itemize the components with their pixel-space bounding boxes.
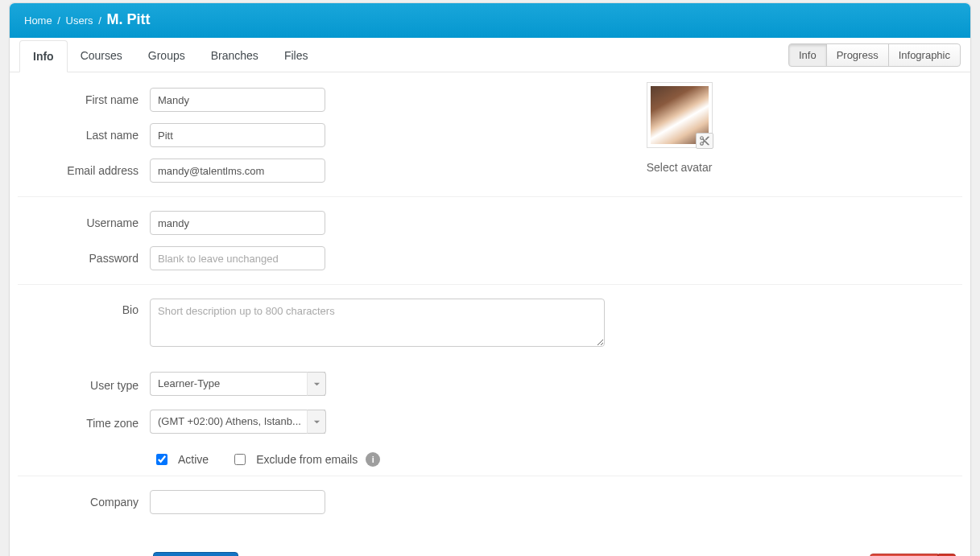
user-type-select[interactable]: Learner-Type <box>150 372 325 396</box>
username-input[interactable] <box>150 211 325 235</box>
first-name-input[interactable] <box>150 88 325 112</box>
bio-textarea[interactable] <box>150 299 605 347</box>
user-type-value: Learner-Type <box>150 372 325 396</box>
exclude-checkbox[interactable] <box>234 454 246 465</box>
update-button[interactable]: Update user <box>153 552 238 556</box>
breadcrumb-sep: / <box>57 14 60 27</box>
righttab-info[interactable]: Info <box>788 43 827 67</box>
righttab-infographic[interactable]: Infographic <box>888 43 961 67</box>
chevron-down-icon <box>307 372 326 396</box>
tabs-row: Info Courses Groups Branches Files Info … <box>10 38 970 72</box>
label-password: Password <box>18 252 150 265</box>
company-input[interactable] <box>150 490 325 514</box>
right-tab-group: Info Progress Infographic <box>788 43 961 67</box>
tab-courses[interactable]: Courses <box>68 40 135 72</box>
user-edit-card: Home / Users / M. Pitt Info Courses Grou… <box>9 2 971 556</box>
label-email: Email address <box>18 164 150 177</box>
label-time-zone: Time zone <box>18 417 150 430</box>
label-user-type: User type <box>18 379 150 392</box>
header-bar: Home / Users / M. Pitt <box>10 3 970 38</box>
label-bio: Bio <box>18 299 150 316</box>
label-exclude: Exclude from emails <box>256 453 358 466</box>
info-icon[interactable]: i <box>366 452 380 467</box>
breadcrumb-current: M. Pitt <box>106 11 150 27</box>
label-first-name: First name <box>18 93 150 106</box>
active-checkbox[interactable] <box>156 454 167 465</box>
label-company: Company <box>18 496 150 509</box>
tab-files[interactable]: Files <box>271 40 321 72</box>
email-input[interactable] <box>150 159 325 183</box>
tabs-left: Info Courses Groups Branches Files <box>19 40 320 72</box>
label-active: Active <box>178 453 209 466</box>
breadcrumb: Home / Users / M. Pitt <box>24 11 956 28</box>
avatar-crop-button[interactable] <box>696 133 713 149</box>
tab-branches[interactable]: Branches <box>198 40 271 72</box>
password-input[interactable] <box>150 246 325 270</box>
time-zone-value: (GMT +02:00) Athens, Istanb... <box>150 410 325 434</box>
tab-groups[interactable]: Groups <box>135 40 198 72</box>
chevron-down-icon <box>307 410 326 434</box>
last-name-input[interactable] <box>150 123 325 147</box>
avatar-box[interactable] <box>647 82 713 148</box>
breadcrumb-users[interactable]: Users <box>66 14 93 27</box>
tab-info[interactable]: Info <box>19 40 68 72</box>
select-avatar-label[interactable]: Select avatar <box>647 161 713 174</box>
breadcrumb-sep: / <box>98 14 101 27</box>
breadcrumb-home[interactable]: Home <box>24 14 52 27</box>
righttab-progress[interactable]: Progress <box>826 43 889 67</box>
label-username: Username <box>18 216 150 229</box>
scissors-icon <box>699 135 710 146</box>
label-last-name: Last name <box>18 129 150 142</box>
time-zone-select[interactable]: (GMT +02:00) Athens, Istanb... <box>150 410 325 434</box>
